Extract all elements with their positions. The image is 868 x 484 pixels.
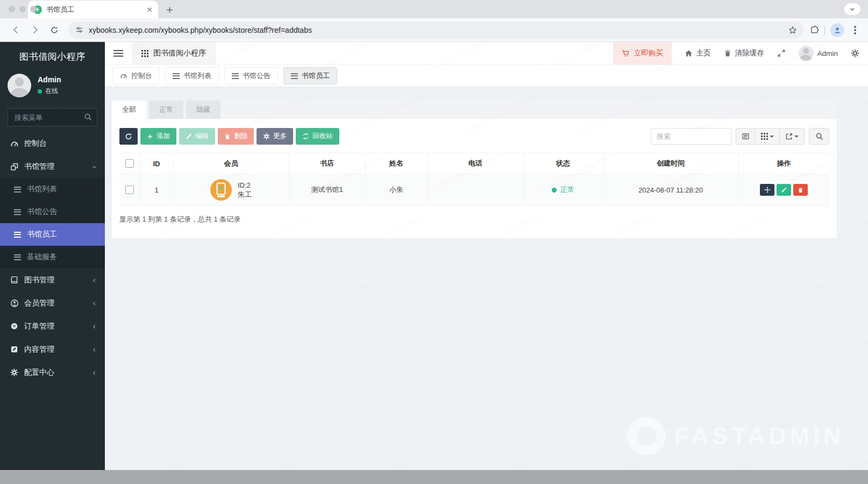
url-text[interactable]: xybooks.xykeep.com/xybooks.php/xybooks/s… <box>89 26 783 34</box>
module-switcher[interactable]: 图书借阅小程序 <box>132 42 216 65</box>
table-row[interactable]: 1 ID:2 朱工 <box>119 174 829 206</box>
trash-icon <box>724 49 731 57</box>
table-search-input[interactable] <box>651 128 731 145</box>
filter-tab-all[interactable]: 全部 <box>112 101 146 119</box>
bookmark-star-icon[interactable] <box>788 26 797 34</box>
list-icon <box>232 73 239 79</box>
edit-button[interactable]: 编辑 <box>179 128 215 145</box>
filter-tab-hidden[interactable]: 隐藏 <box>186 101 220 119</box>
sidebar-item-config-center[interactable]: 配置中心 <box>0 361 105 384</box>
tab-dashboard[interactable]: 控制台 <box>112 67 160 84</box>
gear-icon <box>263 133 270 140</box>
row-checkbox[interactable] <box>125 186 134 194</box>
home-label: 主页 <box>696 48 711 58</box>
tab-store-list[interactable]: 书馆列表 <box>165 67 219 84</box>
row-delete-button[interactable] <box>793 184 808 196</box>
pencil-icon <box>781 187 787 193</box>
sidebar-toggle-icon[interactable] <box>113 50 123 57</box>
sidebar-item-content-mgmt[interactable]: 内容管理 <box>0 338 105 361</box>
sidebar-item-dashboard[interactable]: 控制台 <box>0 132 105 155</box>
sidebar-item-label: 图书管理 <box>24 275 54 285</box>
refresh-button[interactable] <box>119 128 138 145</box>
toggle-search-button[interactable] <box>809 128 829 145</box>
row-move-button[interactable] <box>760 184 774 196</box>
window-minimize-button[interactable] <box>19 6 26 12</box>
browser-menu-icon[interactable] <box>854 29 856 31</box>
tab-store-staff[interactable]: 书馆员工 <box>283 67 337 84</box>
sidebar-item-book-mgmt[interactable]: 图书管理 <box>0 268 105 291</box>
columns-dropdown-button[interactable] <box>755 128 780 145</box>
gear-icon <box>10 368 19 376</box>
browser-tab[interactable]: 书馆员工 <box>28 1 158 18</box>
recycle-bin-button[interactable]: 回收站 <box>296 128 339 145</box>
browser-profile-button[interactable] <box>830 23 844 37</box>
column-header-member[interactable]: 会员 <box>173 153 289 174</box>
trash-icon <box>224 133 231 140</box>
extensions-icon[interactable] <box>810 25 819 34</box>
column-header-id[interactable]: ID <box>140 153 173 174</box>
sidebar-item-label: 内容管理 <box>24 345 54 354</box>
tab-list-chevron-button[interactable] <box>844 3 860 15</box>
column-header-store[interactable]: 书店 <box>289 153 365 174</box>
edit-label: 编辑 <box>195 132 209 141</box>
settings-gear-icon[interactable] <box>851 49 859 58</box>
filter-tab-normal[interactable]: 正常 <box>149 101 183 119</box>
header-actions: 立即购买 主页 清除缓存 Admin <box>613 42 868 65</box>
order-icon <box>10 322 19 330</box>
sidebar-item-store-list[interactable]: 书馆列表 <box>0 178 105 201</box>
sidebar-item-order-mgmt[interactable]: 订单管理 <box>0 315 105 338</box>
select-all-checkbox[interactable] <box>125 159 134 168</box>
chevron-left-icon <box>91 368 97 377</box>
tab-label: 书馆列表 <box>183 71 211 81</box>
forward-icon <box>31 25 40 34</box>
window-close-button[interactable] <box>9 6 15 12</box>
columns-grid-icon <box>761 133 768 140</box>
sidebar-item-store-staff[interactable]: 书馆员工 <box>0 223 105 246</box>
column-header-status[interactable]: 状态 <box>523 153 603 174</box>
back-button[interactable] <box>8 22 24 38</box>
cart-icon <box>622 49 630 58</box>
browser-tab-strip: 书馆员工 <box>0 0 868 18</box>
sidebar-item-store-notice[interactable]: 书馆公告 <box>0 201 105 223</box>
home-button[interactable]: 主页 <box>685 48 711 58</box>
sidebar: 图书借阅小程序 Admin 在线 控制台 <box>0 42 105 471</box>
browser-actions <box>810 23 860 37</box>
tab-close-icon[interactable] <box>146 6 153 13</box>
sidebar-item-label: 书馆管理 <box>24 162 54 172</box>
recycle-icon <box>302 133 309 140</box>
sidebar-item-basic-service[interactable]: 基础服务 <box>0 246 105 268</box>
column-header-actions: 操作 <box>738 153 829 174</box>
export-dropdown-button[interactable] <box>780 128 805 145</box>
reload-button[interactable] <box>46 22 62 38</box>
chevron-left-icon <box>91 345 97 354</box>
list-icon <box>13 209 22 215</box>
delete-button[interactable]: 删除 <box>218 128 254 145</box>
column-header-phone[interactable]: 电话 <box>428 153 523 174</box>
new-tab-button[interactable] <box>162 3 176 17</box>
site-settings-icon[interactable] <box>75 26 83 34</box>
buy-now-button[interactable]: 立即购买 <box>613 42 672 65</box>
refresh-icon <box>125 133 132 140</box>
window-zoom-button[interactable] <box>30 6 37 12</box>
url-bar[interactable]: xybooks.xykeep.com/xybooks.php/xybooks/s… <box>69 22 803 39</box>
column-header-created[interactable]: 创建时间 <box>603 153 738 174</box>
window-controls[interactable] <box>9 6 37 12</box>
filter-tab-label: 隐藏 <box>196 105 210 115</box>
buy-now-label: 立即购买 <box>634 48 663 58</box>
column-header-name[interactable]: 姓名 <box>365 153 428 174</box>
search-icon[interactable] <box>84 113 92 121</box>
forward-button[interactable] <box>27 22 43 38</box>
detail-view-button[interactable] <box>736 128 755 145</box>
fullscreen-icon[interactable] <box>777 49 786 58</box>
cell-member: ID:2 朱工 <box>174 179 288 201</box>
user-status: 在线 <box>38 87 61 96</box>
row-edit-button[interactable] <box>777 184 791 196</box>
sidebar-item-member-mgmt[interactable]: 会员管理 <box>0 291 105 315</box>
add-button[interactable]: 添加 <box>140 128 176 145</box>
tab-store-notice[interactable]: 书馆公告 <box>224 67 278 84</box>
more-button[interactable]: 更多 <box>257 128 293 145</box>
sidebar-submenu: 书馆列表 书馆公告 书馆员工 基础服务 <box>0 178 105 268</box>
admin-user-button[interactable]: Admin <box>799 46 838 61</box>
sidebar-item-store-mgmt[interactable]: 书馆管理 <box>0 155 105 178</box>
clear-cache-button[interactable]: 清除缓存 <box>724 48 764 58</box>
